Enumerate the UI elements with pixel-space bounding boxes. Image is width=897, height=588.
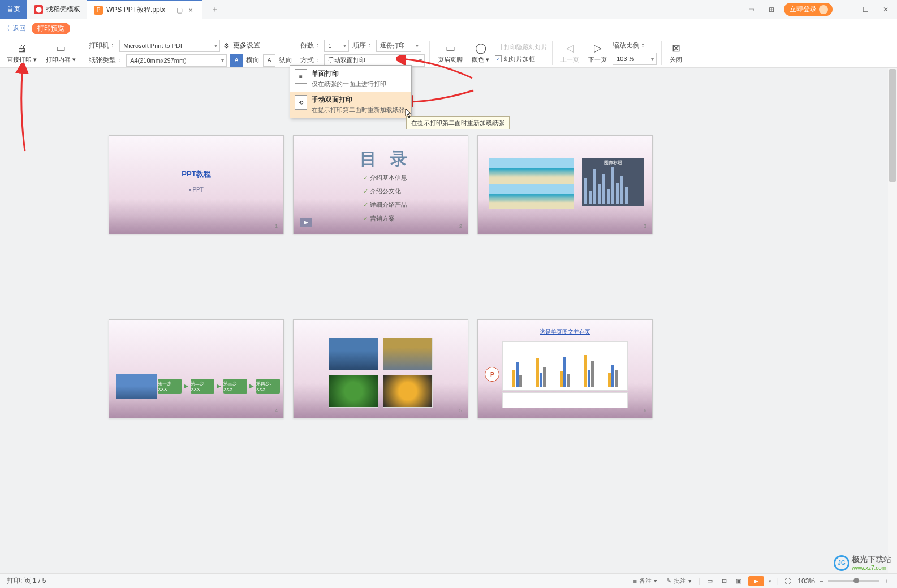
divider bbox=[429, 41, 430, 65]
single-side-icon: ≡ bbox=[295, 69, 307, 84]
way-label: 方式： bbox=[300, 55, 321, 65]
close-icon: ⊠ bbox=[672, 42, 680, 54]
prev-icon: ◁ bbox=[566, 42, 574, 54]
divider bbox=[661, 41, 662, 65]
fit-screen-button[interactable]: ⛶ bbox=[782, 577, 793, 586]
view-grid-button[interactable]: ⊞ bbox=[719, 576, 729, 586]
prev-page-button[interactable]: ◁上一页 bbox=[557, 41, 583, 64]
checkbox-icon: ✓ bbox=[495, 55, 502, 62]
landscape-button[interactable]: A bbox=[230, 54, 243, 67]
back-button[interactable]: 〈返回 bbox=[3, 24, 26, 33]
page-status: 打印: 页 1 / 5 bbox=[7, 576, 46, 586]
order-label: 顺序： bbox=[352, 41, 373, 50]
watermark: JG 极光下载站www.xz7.com bbox=[834, 555, 891, 571]
portrait-button[interactable]: A bbox=[263, 54, 275, 67]
slide-thumb-6[interactable]: 这是单页图文并存页P/*placeholder*/ 6 bbox=[477, 319, 653, 418]
chevron-left-icon: 〈 bbox=[3, 24, 10, 33]
zoom-label: 缩放比例： bbox=[613, 41, 657, 50]
duplex-dropdown: ≡ 单面打印仅在纸张的一面上进行打印 ⟲ 手动双面打印在提示打印第二面时重新加载… bbox=[290, 65, 412, 118]
slide-thumb-5[interactable]: 5 bbox=[293, 319, 468, 418]
notes-button[interactable]: ≡备注 ▾ bbox=[631, 576, 659, 586]
checkbox-icon bbox=[495, 44, 502, 50]
copies-input[interactable]: 1 bbox=[324, 40, 349, 52]
fullscreen-icon[interactable]: ▢ bbox=[176, 6, 183, 14]
dropdown-option-single[interactable]: ≡ 单面打印仅在纸张的一面上进行打印 bbox=[290, 66, 411, 92]
notes-icon: ≡ bbox=[633, 578, 637, 585]
doke-icon: ⬤ bbox=[34, 5, 43, 14]
plus-icon: ＋ bbox=[209, 5, 221, 15]
layout-icon-1[interactable]: ▭ bbox=[743, 2, 759, 18]
color-icon: ◯ bbox=[475, 42, 486, 54]
printer-label: 打印机： bbox=[89, 41, 116, 50]
sub-bar: 〈返回 打印预览 bbox=[0, 19, 897, 38]
slide-frame-checkbox[interactable]: ✓幻灯片加框 bbox=[495, 55, 547, 63]
status-bar: 打印: 页 1 / 5 ≡备注 ▾ ✎批注 ▾ | ▭ ⊞ ▣ ▶▾ | ⛶ 1… bbox=[0, 573, 897, 588]
duplex-icon: ⟲ bbox=[295, 95, 307, 110]
order-select[interactable]: 逐份打印 bbox=[376, 40, 421, 52]
gear-icon: ⚙ bbox=[223, 42, 230, 50]
header-footer-button[interactable]: ▭页眉页脚 bbox=[434, 41, 466, 64]
zoom-value: 103% bbox=[797, 577, 815, 585]
next-icon: ▷ bbox=[594, 42, 602, 54]
slideshow-button[interactable]: ▶ bbox=[748, 576, 764, 586]
watermark-logo: JG bbox=[834, 555, 849, 571]
printer-select[interactable]: Microsoft Print to PDF bbox=[119, 40, 220, 52]
title-bar: 首页 ⬤ 找稻壳模板 P WPS PPT教程.pptx ▢ × ＋ ▭ ⊞ 立即… bbox=[0, 0, 897, 19]
close-tab-icon[interactable]: × bbox=[186, 6, 195, 15]
toolbar: 🖨直接打印 ▾ ▭打印内容 ▾ 打印机：Microsoft Print to P… bbox=[0, 38, 897, 68]
zoom-in-button[interactable]: ＋ bbox=[883, 576, 890, 586]
zoom-slider[interactable] bbox=[828, 580, 879, 582]
tab-home[interactable]: 首页 bbox=[0, 0, 27, 19]
direct-print-button[interactable]: 🖨直接打印 ▾ bbox=[3, 42, 40, 64]
slide-thumb-2[interactable]: 目 录介绍基本信息介绍公文化详细介绍产品营销方案▶2 bbox=[293, 135, 468, 234]
header-icon: ▭ bbox=[446, 42, 455, 54]
ppt-icon: P bbox=[94, 6, 103, 15]
view-read-button[interactable]: ▣ bbox=[734, 576, 744, 586]
copies-label: 份数： bbox=[300, 41, 321, 50]
comments-button[interactable]: ✎批注 ▾ bbox=[664, 576, 694, 586]
close-window-button[interactable]: ✕ bbox=[878, 2, 894, 18]
layout-icon-2[interactable]: ⊞ bbox=[764, 2, 779, 18]
divider bbox=[552, 41, 553, 65]
ppt-badge-icon: P bbox=[485, 367, 499, 382]
tab-document[interactable]: P WPS PPT教程.pptx ▢ × bbox=[87, 0, 202, 19]
color-button[interactable]: ◯颜色 ▾ bbox=[468, 41, 493, 64]
scrollbar-thumb[interactable] bbox=[889, 69, 896, 182]
zoom-select[interactable]: 103 % bbox=[613, 53, 657, 65]
page-icon: ▭ bbox=[56, 42, 66, 54]
paper-select[interactable]: A4(210mmx297mm) bbox=[126, 54, 227, 67]
print-preview-badge: 打印预览 bbox=[32, 23, 70, 34]
vertical-scrollbar[interactable] bbox=[888, 68, 897, 573]
print-content-button[interactable]: ▭打印内容 ▾ bbox=[42, 41, 79, 64]
view-normal-button[interactable]: ▭ bbox=[705, 576, 715, 586]
comment-icon: ✎ bbox=[666, 577, 671, 585]
more-settings-button[interactable]: ⚙更多设置 bbox=[223, 41, 260, 50]
close-preview-button[interactable]: ⊠关闭 bbox=[666, 41, 685, 64]
divider bbox=[84, 41, 84, 65]
hide-slides-checkbox[interactable]: 打印隐藏幻灯片 bbox=[495, 43, 547, 51]
avatar-icon bbox=[819, 5, 828, 14]
minimize-button[interactable]: — bbox=[837, 2, 853, 18]
paper-label: 纸张类型： bbox=[89, 55, 123, 65]
tooltip: 在提示打印第二面时重新加载纸张 bbox=[406, 116, 510, 129]
slide-thumb-4[interactable]: 第一步: XXX▶第二步: XXX▶第三步: XXX▶第四步: XXX4 bbox=[109, 319, 284, 418]
new-tab-button[interactable]: ＋ bbox=[202, 0, 228, 19]
maximize-button[interactable]: ☐ bbox=[857, 2, 873, 18]
slide-thumb-1[interactable]: PPT教程• PPT1 bbox=[109, 135, 284, 234]
play-icon: ▶ bbox=[300, 218, 312, 227]
dropdown-option-manual-duplex[interactable]: ⟲ 手动双面打印在提示打印第二面时重新加载纸张 bbox=[290, 92, 411, 118]
next-page-button[interactable]: ▷下一页 bbox=[585, 41, 610, 64]
login-button[interactable]: 立即登录 bbox=[784, 3, 833, 16]
zoom-out-button[interactable]: − bbox=[820, 577, 823, 585]
preview-canvas[interactable]: PPT教程• PPT1 目 录介绍基本信息介绍公文化详细介绍产品营销方案▶2 图… bbox=[0, 68, 888, 573]
tab-templates[interactable]: ⬤ 找稻壳模板 bbox=[27, 0, 87, 19]
printer-icon: 🖨 bbox=[17, 42, 27, 54]
slide-thumb-3[interactable]: 图像标题3 bbox=[477, 135, 653, 234]
